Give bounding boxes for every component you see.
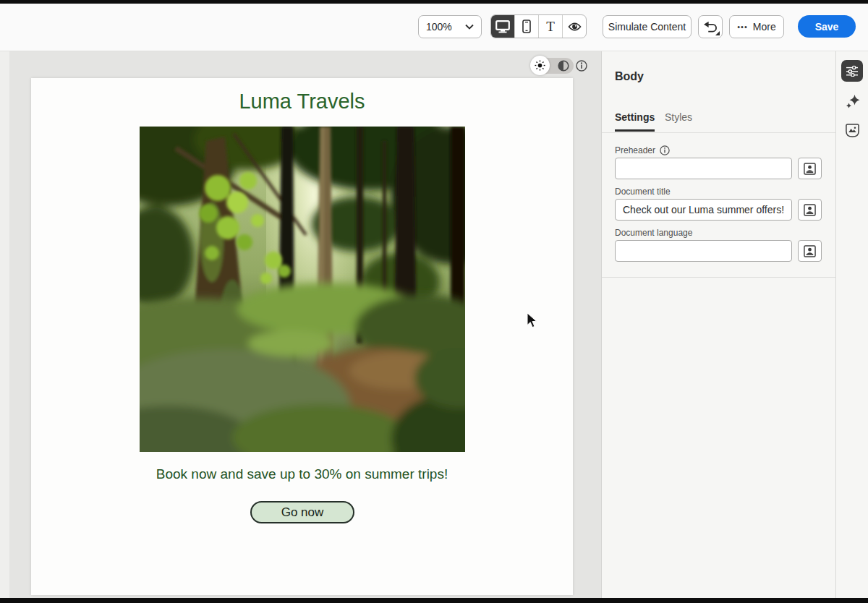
settings-panel: Body Settings Styles Preheader Document … <box>601 51 835 598</box>
dropdown-corner-icon <box>715 31 720 35</box>
rail-settings-button[interactable] <box>841 60 863 82</box>
more-button[interactable]: ••• More <box>729 15 784 38</box>
email-body-text[interactable]: Book now and save up to 30% on summer tr… <box>31 466 573 482</box>
simulate-content-button[interactable]: Simulate Content <box>603 15 692 38</box>
asset-badge-icon <box>845 123 860 138</box>
theme-light-option[interactable] <box>530 56 550 75</box>
desktop-monitor-icon <box>495 20 510 33</box>
document-title-label: Document title <box>615 187 671 197</box>
mobile-view-button[interactable] <box>515 15 539 38</box>
theme-toggle[interactable] <box>531 58 574 74</box>
zoom-value: 100% <box>426 21 452 33</box>
tabs-divider <box>602 132 836 133</box>
document-language-label: Document language <box>615 228 692 238</box>
sun-icon <box>535 60 545 71</box>
info-icon[interactable] <box>576 60 587 72</box>
tab-styles[interactable]: Styles <box>665 111 692 129</box>
forest-image[interactable] <box>140 127 465 452</box>
fields-divider <box>602 277 836 278</box>
undo-button[interactable] <box>698 15 723 38</box>
sparkles-icon <box>844 93 861 111</box>
preheader-personalization-button[interactable] <box>798 158 822 179</box>
text-T-icon: T <box>546 19 555 35</box>
canvas-left-strip <box>0 51 9 598</box>
person-badge-icon <box>804 245 816 257</box>
email-cta-button[interactable]: Go now <box>250 501 354 523</box>
contrast-icon[interactable] <box>558 60 569 72</box>
toolbar: 100% T S <box>0 4 868 51</box>
email-heading[interactable]: Luma Travels <box>31 90 573 114</box>
device-toggle-group: T <box>490 14 587 38</box>
zoom-select[interactable]: 100% <box>418 15 482 38</box>
ellipsis-icon: ••• <box>737 22 748 31</box>
preheader-label: Preheader <box>615 145 670 155</box>
desktop-view-button[interactable] <box>491 15 515 38</box>
bottom-black-bar <box>0 598 868 603</box>
email-document[interactable]: Luma Travels <box>31 78 573 595</box>
canvas: Luma Travels <box>0 51 601 598</box>
sliders-icon <box>846 65 859 77</box>
person-badge-icon <box>804 204 816 216</box>
tab-settings[interactable]: Settings <box>615 111 655 132</box>
panel-title: Body <box>615 70 644 83</box>
save-button[interactable]: Save <box>798 15 856 38</box>
preheader-input[interactable] <box>615 158 792 179</box>
preview-button[interactable] <box>563 15 586 38</box>
document-title-personalization-button[interactable] <box>798 199 822 221</box>
document-title-input[interactable] <box>615 199 792 221</box>
person-badge-icon <box>804 163 816 175</box>
document-language-input[interactable] <box>615 240 792 262</box>
document-language-personalization-button[interactable] <box>798 240 822 262</box>
eye-icon <box>568 22 582 32</box>
rail-ai-assistant-button[interactable] <box>843 93 861 111</box>
chevron-down-icon <box>465 24 474 30</box>
text-view-button[interactable]: T <box>539 15 563 38</box>
mouse-cursor <box>527 312 538 330</box>
rail-assets-button[interactable] <box>843 121 861 140</box>
mobile-phone-icon <box>522 20 531 33</box>
info-icon[interactable] <box>660 145 670 155</box>
right-rail <box>835 51 868 598</box>
